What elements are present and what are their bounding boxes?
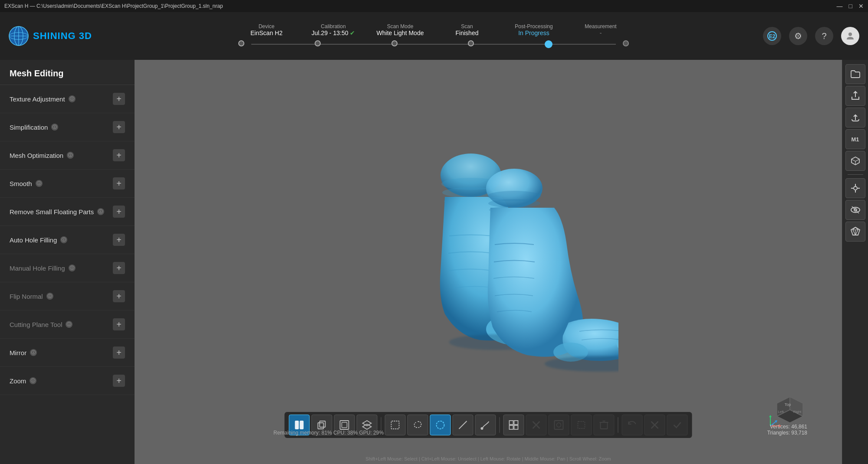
help-button[interactable]: ?	[815, 27, 833, 45]
circle-selection-button[interactable]	[430, 415, 451, 435]
vertices-count: Vertices: 46,861	[767, 424, 807, 430]
gem-button[interactable]	[845, 222, 865, 242]
track-dots	[238, 40, 629, 48]
confirm-button	[667, 415, 688, 435]
view3d-button[interactable]	[845, 151, 865, 171]
logo-text: SHINING 3D	[33, 30, 92, 42]
sidebar-item-smooth[interactable]: Smooth ⓘ +	[0, 170, 135, 198]
smooth-add-button[interactable]: +	[113, 177, 125, 190]
folder-button[interactable]	[845, 64, 865, 84]
remove-small-floating-add-button[interactable]: +	[113, 206, 125, 218]
line-tool-button[interactable]	[453, 415, 473, 435]
crosshair-button[interactable]	[845, 178, 865, 198]
svg-rect-36	[510, 425, 513, 429]
maximize-button[interactable]: □	[849, 3, 852, 10]
svg-rect-34	[510, 421, 513, 425]
sidebar-item-zoom[interactable]: Zoom ⓘ +	[0, 367, 135, 395]
auto-hole-filling-info-icon[interactable]: ⓘ	[60, 236, 67, 243]
sidebar-item-simplification[interactable]: Simplification ⓘ +	[0, 113, 135, 141]
sidebar-item-auto-hole-filling[interactable]: Auto Hole Filling ⓘ +	[0, 226, 135, 254]
sidebar-item-mirror[interactable]: Mirror ⓘ +	[0, 339, 135, 367]
zoom-info-icon[interactable]: ⓘ	[30, 377, 36, 384]
logo-area: SHINING 3D	[9, 26, 104, 46]
measure-button[interactable]: M1	[845, 129, 865, 149]
upload-button[interactable]	[845, 108, 865, 127]
svg-marker-57	[769, 415, 772, 417]
remove-small-floating-info-icon[interactable]: ⓘ	[97, 208, 104, 215]
pipeline-track	[238, 40, 629, 49]
svg-rect-24	[318, 423, 324, 429]
lasso-selection-button[interactable]	[408, 415, 428, 435]
track-dot-5	[545, 40, 552, 48]
sidebar-item-flip-normal[interactable]: Flip Normal ⓘ +	[0, 282, 135, 310]
sidebar-title: Mesh Editing	[0, 60, 135, 85]
model-svg	[358, 141, 618, 383]
manual-hole-filling-info-icon[interactable]: ⓘ	[69, 265, 76, 271]
svg-rect-23	[300, 421, 304, 429]
flip-normal-info-icon[interactable]: ⓘ	[46, 293, 53, 300]
svg-point-8	[848, 33, 852, 36]
flip-normal-add-button[interactable]: +	[113, 290, 125, 302]
svg-rect-42	[578, 422, 585, 428]
toolbar-separator-3	[618, 417, 618, 433]
pipeline-device: Device EinScan H2	[238, 23, 295, 36]
brush-tool-button[interactable]	[475, 415, 496, 435]
pipeline-scan-mode: Scan Mode White Light Mode	[372, 23, 428, 36]
texture-adjustment-add-button[interactable]: +	[113, 93, 125, 105]
logo-globe-icon	[9, 26, 29, 46]
export-button[interactable]	[845, 86, 865, 106]
viewport[interactable]: Remaining memory: 81% CPU: 38% GPU: 29% …	[135, 60, 842, 464]
zoom-add-button[interactable]: +	[113, 375, 125, 387]
mesh-optimization-add-button[interactable]: +	[113, 149, 125, 161]
svg-point-41	[557, 423, 561, 427]
manual-hole-filling-label: Manual Hole Filling	[10, 265, 65, 272]
triangles-count: Triangles: 93,718	[767, 430, 807, 436]
texture-adjustment-label: Texture Adjustment	[10, 95, 65, 103]
svg-rect-27	[342, 422, 347, 428]
eye-button[interactable]	[845, 200, 865, 220]
model-stats: Vertices: 46,861 Triangles: 93,718	[767, 424, 807, 436]
avatar[interactable]	[841, 27, 859, 45]
rect-selection-button[interactable]	[385, 415, 406, 435]
auto-hole-filling-label: Auto Hole Filling	[10, 236, 57, 244]
select-all-button[interactable]	[503, 415, 524, 435]
app-title: EXScan H — C:\Users\admin\Documents\EXSc…	[4, 3, 223, 9]
minimize-button[interactable]: —	[837, 3, 843, 10]
smooth-info-icon[interactable]: ⓘ	[36, 180, 43, 187]
pipeline-scan: Scan Finished	[439, 23, 495, 36]
right-panel: M1	[842, 60, 868, 464]
svg-line-63	[852, 159, 855, 161]
clear-selection-button	[526, 415, 547, 435]
simplification-add-button[interactable]: +	[113, 121, 125, 133]
topbar-info-button[interactable]: E2	[763, 27, 781, 45]
pipeline-steps: Device EinScan H2 Calibration Jul.29 - 1…	[238, 23, 629, 36]
smooth-label: Smooth	[10, 180, 32, 187]
cancel-operation-button	[644, 415, 665, 435]
window-controls[interactable]: — □ ✕	[837, 3, 864, 10]
cutting-plane-tool-info-icon[interactable]: ⓘ	[66, 321, 72, 328]
cutting-plane-tool-add-button[interactable]: +	[113, 318, 125, 330]
close-button[interactable]: ✕	[858, 3, 864, 10]
cutting-plane-tool-label: Cutting Plane Tool	[10, 321, 62, 328]
pipeline-measurement[interactable]: Measurement -	[572, 23, 629, 36]
undo-button	[622, 415, 643, 435]
sidebar-item-cutting-plane-tool[interactable]: Cutting Plane Tool ⓘ +	[0, 310, 135, 339]
manual-hole-filling-add-button[interactable]: +	[113, 262, 125, 274]
auto-hole-filling-add-button[interactable]: +	[113, 234, 125, 246]
pipeline-post-processing[interactable]: Post-Processing In Progress	[506, 23, 562, 36]
texture-adjustment-info-icon[interactable]: ⓘ	[69, 95, 76, 102]
svg-line-64	[855, 159, 859, 161]
sidebar-item-remove-small-floating[interactable]: Remove Small Floating Parts ⓘ +	[0, 198, 135, 226]
mesh-optimization-label: Mesh Optimization	[10, 152, 63, 159]
sidebar-item-manual-hole-filling[interactable]: Manual Hole Filling ⓘ +	[0, 254, 135, 282]
settings-button[interactable]: ⚙	[789, 27, 807, 45]
sidebar-item-mesh-optimization[interactable]: Mesh Optimization ⓘ +	[0, 141, 135, 170]
topbar-right: E2 ⚙ ?	[763, 27, 859, 45]
sidebar-item-texture-adjustment[interactable]: Texture Adjustment ⓘ +	[0, 85, 135, 113]
simplification-info-icon[interactable]: ⓘ	[51, 124, 58, 131]
mirror-info-icon[interactable]: ⓘ	[30, 349, 37, 356]
mesh-optimization-info-icon[interactable]: ⓘ	[67, 152, 74, 159]
pipeline: Device EinScan H2 Calibration Jul.29 - 1…	[104, 23, 763, 49]
expand-selection-button	[571, 415, 592, 435]
mirror-add-button[interactable]: +	[113, 346, 125, 359]
